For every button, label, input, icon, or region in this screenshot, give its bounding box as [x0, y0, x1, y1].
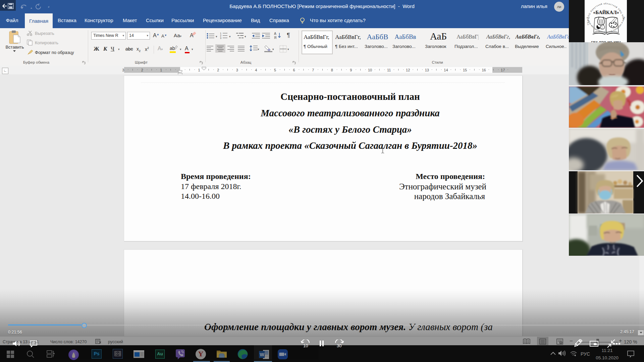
- svg-text:А: А: [274, 32, 276, 36]
- svg-text:«БАЙКАЛ»: «БАЙКАЛ»: [593, 10, 619, 15]
- svg-text:Я: Я: [274, 36, 276, 39]
- svg-text:1: 1: [220, 32, 221, 35]
- svg-text:учебно-методический центр куль: учебно-методический центр культуры и иск…: [585, 0, 626, 33]
- svg-text:3: 3: [220, 37, 221, 39]
- svg-text:10: 10: [303, 343, 308, 348]
- svg-text:2: 2: [220, 35, 221, 37]
- svg-text:30: 30: [337, 343, 341, 348]
